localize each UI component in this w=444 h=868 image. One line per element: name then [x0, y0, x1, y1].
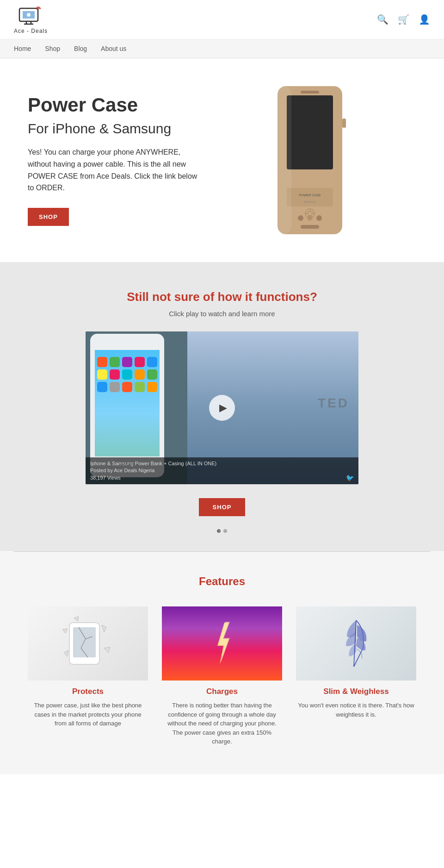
- svg-rect-39: [110, 382, 120, 392]
- video-posted: Posted by Ace Deals Nigeria: [90, 467, 216, 474]
- svg-point-11: [316, 215, 322, 221]
- svg-rect-13: [287, 188, 333, 206]
- video-section: Still not sure of how it functions? Clic…: [0, 262, 444, 551]
- svg-rect-23: [278, 86, 291, 234]
- video-bottom-bar: Iphone & Samsung Power Bank + Casing (AL…: [86, 457, 358, 484]
- svg-rect-35: [122, 369, 132, 380]
- feature-slim-image: [296, 606, 416, 681]
- search-icon[interactable]: 🔍: [377, 14, 388, 25]
- svg-rect-40: [122, 382, 132, 392]
- svg-text:CE FC ☑ ⊕: CE FC ☑ ⊕: [304, 200, 316, 203]
- header-icons: 🔍 🛒 👤: [377, 14, 430, 25]
- video-container: TED ▶ Iphone & Samsung Power Bank + Casi…: [86, 331, 358, 484]
- svg-point-2: [27, 13, 31, 17]
- hero-shop-button[interactable]: SHOP: [28, 208, 69, 226]
- logo-text: Ace - Deals: [14, 28, 48, 34]
- features-title: Features: [14, 575, 430, 588]
- hero-subtitle: For iPhone & Samsung: [28, 120, 204, 137]
- svg-rect-7: [287, 95, 333, 169]
- feature-charges-desc: There is noting better than having the c…: [162, 701, 282, 746]
- feature-slim: Slim & Weighless You won't even notice i…: [296, 606, 416, 746]
- hero-section: Power Case For iPhone & Samsung Yes! You…: [0, 58, 444, 262]
- feature-slim-title: Slim & Weighless: [296, 687, 416, 696]
- nav-about[interactable]: About us: [101, 39, 126, 58]
- svg-rect-28: [97, 357, 107, 367]
- svg-marker-56: [218, 622, 230, 663]
- hero-title: Power Case: [28, 94, 204, 116]
- features-grid: Protects The power case, just like the b…: [14, 606, 430, 746]
- dot-2: [223, 529, 227, 533]
- lightning-svg: [208, 620, 236, 667]
- feature-protects-image: [28, 606, 148, 681]
- svg-rect-33: [97, 369, 107, 380]
- nav-shop[interactable]: Shop: [45, 39, 60, 58]
- power-case-image: POWER CASE CE FC ☑ ⊕: [264, 81, 356, 239]
- nav: Home Shop Blog About us: [0, 39, 444, 58]
- svg-marker-52: [64, 650, 68, 656]
- dot-1: [217, 529, 221, 533]
- svg-rect-37: [147, 369, 157, 380]
- user-icon[interactable]: 👤: [419, 14, 430, 25]
- logo[interactable]: Ace - Deals: [14, 5, 48, 34]
- hero-text: Power Case For iPhone & Samsung Yes! You…: [28, 94, 204, 226]
- feature-slim-desc: You won't even notice it is there. That'…: [296, 701, 416, 719]
- feature-protects-desc: The power case, just like the best phone…: [28, 701, 148, 728]
- feature-charges: Charges There is noting better than havi…: [162, 606, 282, 746]
- svg-rect-12: [301, 225, 319, 229]
- video-shop-wrapper: SHOP: [14, 498, 430, 525]
- nav-home[interactable]: Home: [14, 39, 31, 58]
- svg-rect-22: [342, 119, 346, 128]
- svg-rect-34: [110, 369, 120, 380]
- svg-point-9: [298, 215, 303, 221]
- svg-rect-8: [301, 91, 319, 94]
- play-icon: ▶: [219, 402, 227, 414]
- svg-marker-50: [62, 629, 67, 633]
- svg-rect-41: [135, 382, 145, 392]
- carousel-dots: [14, 529, 430, 533]
- video-play-button[interactable]: ▶: [209, 395, 235, 421]
- feature-charges-image: [162, 606, 282, 681]
- svg-text:POWER CASE: POWER CASE: [299, 194, 321, 197]
- facebook-icon: 🐦: [346, 474, 354, 481]
- video-title: Iphone & Samsung Power Bank + Casing (AL…: [90, 460, 216, 467]
- svg-marker-53: [104, 647, 110, 653]
- feature-protects-title: Protects: [28, 687, 148, 696]
- svg-rect-32: [147, 357, 157, 367]
- logo-icon: [17, 5, 45, 28]
- cart-icon[interactable]: 🛒: [398, 14, 409, 25]
- broken-phone-svg: [60, 616, 116, 671]
- video-heading: Still not sure of how it functions?: [14, 290, 430, 304]
- header: Ace - Deals 🔍 🛒 👤: [0, 0, 444, 39]
- svg-rect-36: [135, 369, 145, 380]
- video-shop-button[interactable]: SHOP: [199, 498, 246, 516]
- svg-rect-30: [122, 357, 132, 367]
- nav-blog[interactable]: Blog: [74, 39, 87, 58]
- hero-image: POWER CASE CE FC ☑ ⊕: [204, 81, 416, 239]
- svg-rect-42: [147, 382, 157, 392]
- feather-svg: [338, 616, 375, 671]
- svg-rect-29: [110, 357, 120, 367]
- video-info: Iphone & Samsung Power Bank + Casing (AL…: [90, 460, 216, 481]
- svg-rect-38: [97, 382, 107, 392]
- video-subtext: Click play to watch and learn more: [14, 310, 430, 318]
- svg-marker-51: [102, 625, 106, 632]
- features-section: Features: [0, 552, 444, 774]
- feature-charges-title: Charges: [162, 687, 282, 696]
- svg-rect-31: [135, 357, 145, 367]
- svg-marker-54: [74, 617, 79, 621]
- hero-description: Yes! You can charge your phone ANYWHERE,…: [28, 146, 204, 194]
- video-overlay-text: TED: [318, 396, 349, 411]
- video-views: 38,197 Views: [90, 475, 216, 481]
- feature-protects: Protects The power case, just like the b…: [28, 606, 148, 746]
